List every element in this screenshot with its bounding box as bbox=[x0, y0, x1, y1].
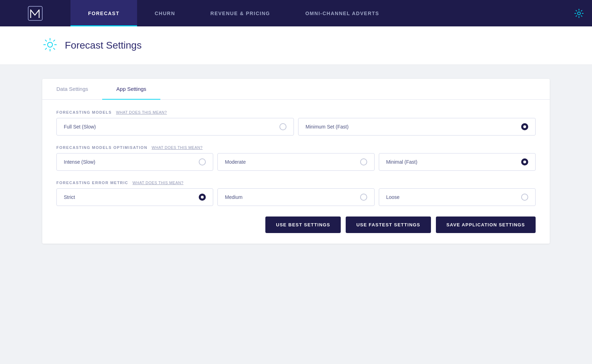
option-full-set[interactable]: Full Set (Slow) bbox=[56, 118, 294, 136]
svg-point-1 bbox=[578, 12, 580, 15]
option-loose-radio bbox=[521, 194, 528, 201]
forecasting-error-group: FORECASTING ERROR METRIC WHAT DOES THIS … bbox=[56, 181, 536, 206]
forecasting-optimisation-group: FORECASTING MODELS OPTIMISATION WHAT DOE… bbox=[56, 145, 536, 171]
nav-item-forecast[interactable]: FORECAST bbox=[70, 0, 137, 26]
nav-item-revenue[interactable]: REVENUE & PRICING bbox=[193, 0, 288, 26]
settings-card: Data Settings App Settings FORECASTING M… bbox=[42, 79, 550, 244]
forecasting-error-help[interactable]: WHAT DOES THIS MEAN? bbox=[132, 181, 183, 185]
option-full-set-radio bbox=[279, 123, 286, 130]
forecasting-error-label-row: FORECASTING ERROR METRIC WHAT DOES THIS … bbox=[56, 181, 536, 185]
forecasting-models-help[interactable]: WHAT DOES THIS MEAN? bbox=[116, 110, 167, 114]
forecasting-models-group: FORECASTING MODELS WHAT DOES THIS MEAN? … bbox=[56, 110, 536, 136]
forecasting-error-options: Strict Medium Loose bbox=[56, 188, 536, 206]
main-content: Data Settings App Settings FORECASTING M… bbox=[0, 65, 592, 258]
svg-point-2 bbox=[48, 42, 53, 47]
option-minimum-set-radio bbox=[521, 123, 528, 130]
option-moderate-label: Moderate bbox=[225, 159, 246, 165]
forecasting-optimisation-options: Intense (Slow) Moderate Minimal (Fast) bbox=[56, 153, 536, 171]
use-fastest-settings-button[interactable]: USE FASTEST SETTINGS bbox=[346, 216, 431, 233]
option-strict-radio bbox=[199, 194, 206, 201]
option-medium[interactable]: Medium bbox=[217, 188, 374, 206]
page-header: Forecast Settings bbox=[0, 26, 592, 65]
nav-item-omni[interactable]: OMNI-CHANNEL ADVERTS bbox=[288, 0, 397, 26]
option-intense-label: Intense (Slow) bbox=[64, 159, 95, 165]
nav-item-churn[interactable]: CHURN bbox=[137, 0, 193, 26]
tabs: Data Settings App Settings bbox=[42, 79, 550, 100]
nav-settings-icon[interactable] bbox=[566, 0, 592, 26]
nav-logo bbox=[0, 0, 70, 26]
option-minimal-label: Minimal (Fast) bbox=[386, 159, 418, 165]
option-intense[interactable]: Intense (Slow) bbox=[56, 153, 213, 171]
option-moderate-radio bbox=[360, 158, 367, 165]
option-strict[interactable]: Strict bbox=[56, 188, 213, 206]
forecasting-models-label-row: FORECASTING MODELS WHAT DOES THIS MEAN? bbox=[56, 110, 536, 114]
tab-data-settings[interactable]: Data Settings bbox=[42, 79, 102, 100]
option-medium-radio bbox=[360, 194, 367, 201]
option-minimum-set-label: Minimum Set (Fast) bbox=[306, 124, 349, 130]
option-minimal-radio bbox=[521, 158, 528, 165]
page-title: Forecast Settings bbox=[65, 40, 142, 51]
nav-items: FORECAST CHURN REVENUE & PRICING OMNI-CH… bbox=[70, 0, 566, 26]
option-strict-label: Strict bbox=[64, 194, 75, 200]
navbar: FORECAST CHURN REVENUE & PRICING OMNI-CH… bbox=[0, 0, 592, 26]
option-loose[interactable]: Loose bbox=[379, 188, 536, 206]
forecasting-models-options: Full Set (Slow) Minimum Set (Fast) bbox=[56, 118, 536, 136]
forecasting-optimisation-help[interactable]: WHAT DOES THIS MEAN? bbox=[152, 145, 202, 150]
option-full-set-label: Full Set (Slow) bbox=[64, 124, 96, 130]
forecasting-optimisation-label: FORECASTING MODELS OPTIMISATION bbox=[56, 145, 147, 150]
save-application-settings-button[interactable]: SAVE APPLICATION SETTINGS bbox=[436, 216, 536, 233]
forecasting-error-label: FORECASTING ERROR METRIC bbox=[56, 181, 128, 185]
tab-app-settings[interactable]: App Settings bbox=[102, 79, 160, 100]
use-best-settings-button[interactable]: USE BEST SETTINGS bbox=[265, 216, 341, 233]
settings-content: FORECASTING MODELS WHAT DOES THIS MEAN? … bbox=[42, 100, 550, 244]
settings-icon bbox=[42, 37, 58, 54]
option-minimal[interactable]: Minimal (Fast) bbox=[379, 153, 536, 171]
action-row: USE BEST SETTINGS USE FASTEST SETTINGS S… bbox=[56, 216, 536, 233]
option-medium-label: Medium bbox=[225, 194, 242, 200]
forecasting-optimisation-label-row: FORECASTING MODELS OPTIMISATION WHAT DOE… bbox=[56, 145, 536, 150]
option-moderate[interactable]: Moderate bbox=[217, 153, 374, 171]
option-minimum-set[interactable]: Minimum Set (Fast) bbox=[298, 118, 536, 136]
option-loose-label: Loose bbox=[386, 194, 400, 200]
forecasting-models-label: FORECASTING MODELS bbox=[56, 110, 112, 114]
option-intense-radio bbox=[199, 158, 206, 165]
